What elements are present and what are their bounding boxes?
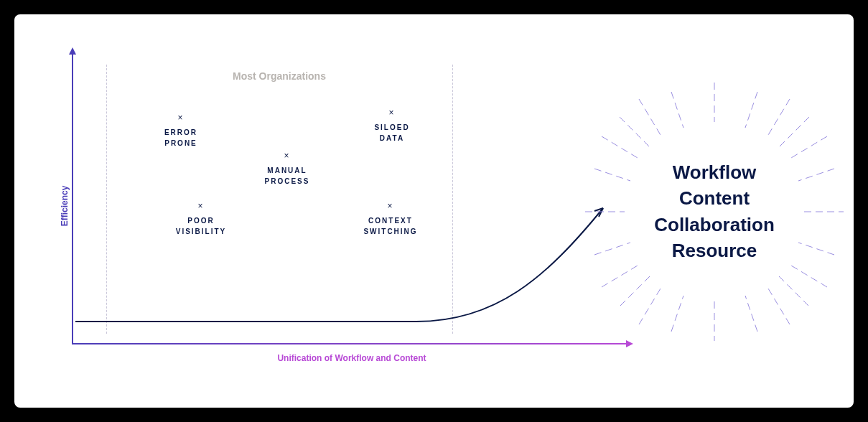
point-label: PROCESS (265, 177, 310, 185)
destination-line: Workflow (673, 161, 757, 183)
svg-line-4 (620, 117, 650, 147)
y-axis (72, 49, 73, 343)
x-marker-icon: × (349, 106, 435, 119)
point-siloed-data: × SILOED DATA (349, 106, 435, 144)
point-error-prone: × ERROR PRONE (138, 111, 224, 149)
zone-divider-right (452, 65, 453, 334)
svg-line-7 (620, 276, 650, 306)
point-label: PRONE (164, 139, 197, 147)
x-axis (72, 343, 632, 344)
point-label: MANUAL (267, 167, 307, 174)
point-context-switching: × CONTEXT SWITCHING (340, 200, 441, 237)
svg-line-8 (671, 92, 683, 128)
destination-line: Collaboration (654, 214, 775, 235)
svg-line-6 (779, 117, 809, 147)
svg-line-23 (791, 266, 827, 287)
x-marker-icon: × (244, 149, 330, 162)
point-label: SILOED (374, 123, 409, 131)
svg-line-9 (745, 92, 757, 128)
x-marker-icon: × (158, 200, 244, 212)
point-label: CONTEXT (368, 217, 413, 225)
svg-line-21 (602, 266, 638, 287)
point-poor-visibility: × POOR VISIBILITY (158, 200, 244, 237)
zone-label: Most Organizations (106, 70, 452, 82)
svg-line-22 (791, 136, 827, 158)
svg-line-11 (745, 296, 757, 332)
point-label: DATA (380, 134, 404, 142)
svg-line-19 (768, 289, 790, 324)
point-label: ERROR (164, 128, 197, 136)
y-axis-label: Efficiency (60, 186, 70, 227)
point-label: POOR (187, 217, 214, 225)
destination-line: Resource (672, 240, 757, 261)
destination-title: Workflow Content Collaboration Resource (567, 159, 854, 264)
svg-line-18 (639, 289, 661, 324)
point-manual-process: × MANUAL PROCESS (244, 149, 330, 187)
x-axis-label: Unification of Workflow and Content (72, 353, 632, 363)
x-marker-icon: × (138, 111, 224, 124)
point-label: SWITCHING (363, 228, 417, 235)
destination-burst: Workflow Content Collaboration Resource (567, 65, 854, 359)
svg-line-17 (768, 99, 790, 135)
point-label: VISIBILITY (176, 228, 227, 235)
x-marker-icon: × (340, 200, 441, 212)
destination-line: Content (679, 188, 750, 210)
svg-line-20 (602, 136, 638, 158)
zone-divider-left (106, 65, 107, 334)
diagram-frame: Efficiency Unification of Workflow and C… (14, 14, 854, 408)
svg-line-16 (639, 99, 661, 135)
svg-line-5 (779, 276, 809, 306)
svg-line-10 (671, 296, 683, 332)
